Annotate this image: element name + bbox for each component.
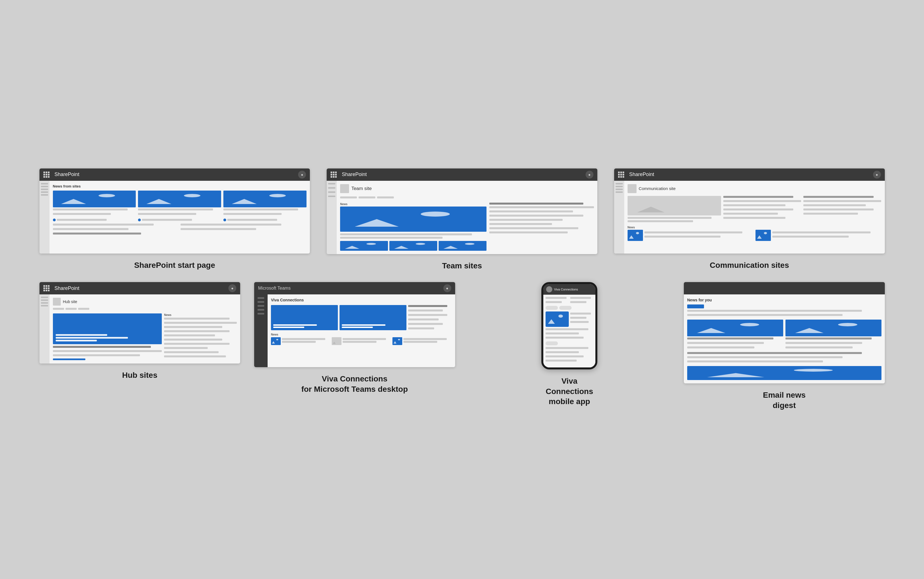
browser-bar-left-3: SharePoint [618, 172, 654, 178]
avatar-icon-5: ● [443, 284, 451, 292]
browser-frame-3: SharePoint ● [614, 168, 885, 254]
viva-teams-label: Viva Connections for Microsoft Teams des… [301, 374, 408, 394]
sp1-sidebar [39, 181, 49, 254]
sp2-content: Team site News [327, 181, 597, 254]
mobile-bar: Viva Connections [543, 284, 595, 295]
grid-icon-4 [43, 285, 49, 291]
grid-icon-2 [330, 172, 337, 178]
avatar-icon-3: ● [873, 171, 881, 178]
browser-bar-3: SharePoint ● [614, 168, 885, 181]
browser-frame-1: SharePoint ● News from sites [39, 168, 310, 254]
browser-frame-5: Microsoft Teams ● Viva Connections [254, 282, 455, 367]
email-content: News for you [684, 294, 885, 383]
communication-sites-card: SharePoint ● [614, 168, 885, 271]
communication-sites-label: Communication sites [710, 260, 789, 270]
teams-title: Microsoft Teams [258, 286, 291, 291]
comm-content: Communication site [614, 181, 885, 254]
grid-icon-1 [43, 172, 49, 178]
browser-bar-left-1: SharePoint [43, 172, 80, 178]
sp1-images-row [53, 191, 307, 221]
viva-teams-card: Microsoft Teams ● Viva Connections [254, 282, 455, 411]
team-img [340, 206, 486, 232]
hub-page-title: Hub site [63, 299, 77, 304]
teams-sidebar [254, 294, 268, 367]
sharepoint-start-card: SharePoint ● News from sites [39, 168, 310, 271]
mobile-app-title: Viva Connections [554, 288, 578, 291]
comm-page-title: Communication site [639, 186, 676, 191]
news-tag-2: News [340, 203, 486, 206]
team-sites-card: SharePoint ● Team sit [327, 168, 597, 271]
browser-title-1: SharePoint [55, 172, 80, 177]
sp1-img-2 [138, 191, 221, 208]
browser-title-2: SharePoint [342, 172, 367, 177]
avatar-icon-1: ● [298, 171, 306, 178]
sp1-page-title: News from sites [53, 184, 307, 188]
teams-bar: Microsoft Teams ● [254, 282, 455, 294]
hub-main: Hub site [49, 294, 240, 363]
team-sites-label: Team sites [442, 261, 482, 271]
hub-sidebar [39, 294, 49, 363]
browser-bar-2: SharePoint ● [327, 168, 597, 181]
hub-sites-label: Hub sites [122, 370, 157, 380]
email-page-title: News for you [687, 298, 881, 302]
browser-title-3: SharePoint [629, 172, 654, 177]
browser-title-4: SharePoint [55, 285, 80, 291]
comm-sidebar [614, 181, 624, 254]
mobile-frame: Viva Connections [541, 282, 597, 370]
teams-main: Viva Connections [268, 294, 455, 367]
browser-frame-2: SharePoint ● Team sit [327, 168, 597, 254]
sharepoint-start-label: SharePoint start page [134, 260, 215, 270]
email-bar [684, 282, 885, 294]
viva-mobile-label: Viva Connections mobile app [546, 376, 593, 407]
email-digest-card: News for you [684, 282, 885, 411]
email-digest-label: Email news digest [763, 390, 806, 411]
grid-icon-3 [618, 172, 624, 178]
team-site-title: Team site [351, 186, 372, 191]
sp1-main: News from sites [49, 181, 310, 254]
sp1-content: News from sites [39, 181, 310, 254]
hub-content: Hub site [39, 294, 240, 363]
hub-sites-card: SharePoint ● Hub site [39, 282, 240, 411]
sp1-img-1 [53, 191, 136, 208]
viva-mobile-card: Viva Connections [469, 282, 670, 411]
browser-bar-4: SharePoint ● [39, 282, 240, 294]
sp1-img-3 [223, 191, 306, 208]
mobile-content [543, 295, 595, 368]
browser-bar-left-4: SharePoint [43, 285, 80, 291]
comm-main: Communication site [624, 181, 885, 254]
hub-hero [53, 313, 162, 344]
sp2-sidebar [327, 181, 337, 254]
sp2-main: Team site News [337, 181, 597, 254]
browser-frame-7: News for you [684, 282, 885, 383]
viva-page-title: Viva Connections [271, 298, 452, 302]
browser-bar-1: SharePoint ● [39, 168, 310, 181]
teams-content: Viva Connections [254, 294, 455, 367]
browser-bar-left-2: SharePoint [330, 172, 367, 178]
avatar-icon-4: ● [228, 284, 236, 292]
avatar-icon-2: ● [585, 171, 594, 178]
mobile-avatar-icon [546, 286, 552, 293]
browser-frame-4: SharePoint ● Hub site [39, 282, 240, 363]
